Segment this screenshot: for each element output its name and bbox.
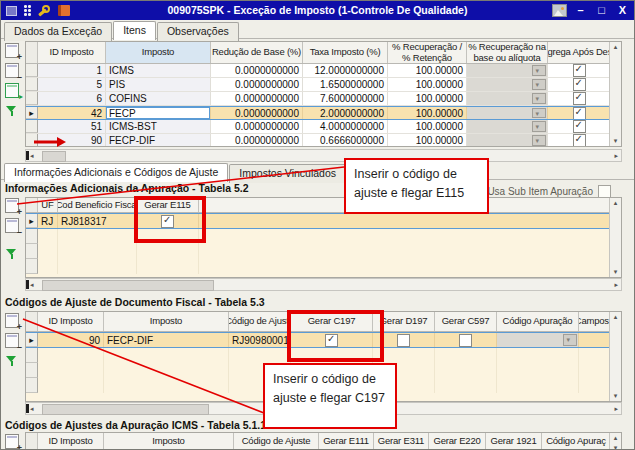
- column-header[interactable]: Imposto: [104, 312, 229, 331]
- column-header[interactable]: ID Imposto: [38, 312, 104, 331]
- dropdown-button[interactable]: [532, 121, 546, 132]
- column-header[interactable]: Gerar E111: [319, 433, 374, 450]
- checkbox-cell[interactable]: [548, 107, 611, 119]
- cell[interactable]: 1.6500000000: [303, 78, 388, 91]
- dropdown-cell[interactable]: [497, 333, 579, 347]
- dropdown-button[interactable]: [532, 65, 546, 76]
- column-header[interactable]: Código Apuração: [497, 312, 579, 331]
- column-header[interactable]: Gerar D197: [373, 312, 435, 331]
- row-selector[interactable]: [26, 78, 38, 91]
- cell[interactable]: 0.6666000000: [303, 134, 388, 147]
- scroll-up-icon[interactable]: ▴: [614, 312, 618, 322]
- checkbox-cell[interactable]: [548, 78, 611, 91]
- impostos-hscrollbar[interactable]: ◂ ▸: [25, 149, 622, 162]
- cell[interactable]: COFINS: [106, 92, 211, 105]
- row-selector[interactable]: [26, 214, 38, 228]
- delete-record-icon[interactable]: [5, 333, 19, 348]
- scroll-down-icon[interactable]: ▾: [614, 136, 618, 146]
- scroll-up-icon[interactable]: ▴: [614, 433, 618, 443]
- cell[interactable]: 4.0000000000: [303, 120, 388, 133]
- checkbox[interactable]: [573, 134, 586, 147]
- checkbox-cell[interactable]: [548, 64, 611, 77]
- column-header[interactable]: Cod Beneficio Fiscal: [58, 198, 137, 212]
- picture-icon[interactable]: [552, 4, 567, 17]
- cell[interactable]: RJ818317: [58, 214, 137, 228]
- scroll-right-icon[interactable]: ▸: [614, 281, 618, 289]
- column-header[interactable]: Código Apuraç: [542, 433, 611, 450]
- checkbox-cell[interactable]: [373, 333, 435, 347]
- row-selector[interactable]: [26, 120, 38, 133]
- vertical-scrollbar[interactable]: ▴▾: [609, 312, 621, 401]
- delete-record-icon[interactable]: [5, 218, 19, 233]
- column-header[interactable]: Código de Ajuste: [229, 312, 291, 331]
- filter-icon[interactable]: [5, 248, 18, 261]
- scroll-left-icon[interactable]: ◂: [30, 405, 34, 413]
- cell[interactable]: [199, 214, 611, 228]
- maximize-button[interactable]: □: [594, 3, 609, 17]
- cell[interactable]: 100.00000: [388, 64, 467, 77]
- cell[interactable]: 90: [38, 134, 106, 147]
- checkbox[interactable]: [459, 334, 472, 347]
- column-header[interactable]: Imposto: [104, 433, 234, 450]
- scroll-up-icon[interactable]: ▴: [614, 198, 618, 208]
- scroll-thumb[interactable]: [42, 280, 214, 291]
- cell[interactable]: 7.6000000000: [303, 92, 388, 105]
- cell[interactable]: 0.0000000000: [211, 107, 303, 119]
- scroll-down-icon[interactable]: ▾: [614, 267, 618, 277]
- vertical-scrollbar[interactable]: ▴▾: [609, 433, 621, 450]
- column-header[interactable]: Gerar C597: [435, 312, 497, 331]
- tab-impostos-vinculados[interactable]: Impostos Vinculados: [229, 164, 346, 183]
- tab-itens[interactable]: Itens: [113, 21, 156, 40]
- checkbox-cell[interactable]: [291, 333, 373, 347]
- cell[interactable]: 2.0000000000: [303, 107, 388, 119]
- dropdown-cell[interactable]: [467, 134, 548, 147]
- column-header[interactable]: % Recuperação / % Retenção: [388, 42, 467, 63]
- scroll-left-icon[interactable]: ◂: [30, 281, 34, 289]
- cell[interactable]: 100.00000: [388, 134, 467, 147]
- minimize-button[interactable]: –: [573, 3, 588, 17]
- cell[interactable]: FECP-DIF: [104, 333, 229, 347]
- column-header[interactable]: ID Imposto: [38, 433, 104, 450]
- cell[interactable]: FECP-DIF: [106, 134, 211, 147]
- cell[interactable]: 100.00000: [388, 92, 467, 105]
- copy-record-icon[interactable]: [5, 83, 19, 98]
- checkbox[interactable]: [325, 334, 338, 347]
- cell[interactable]: 0.0000000000: [211, 92, 303, 105]
- checkbox-cell[interactable]: [548, 92, 611, 105]
- column-header[interactable]: Agrega Após Desc: [548, 42, 611, 63]
- column-header[interactable]: UF: [38, 198, 58, 212]
- cell[interactable]: 1: [38, 64, 106, 77]
- delete-record-icon[interactable]: [5, 63, 19, 78]
- scroll-left-icon[interactable]: ◂: [30, 152, 34, 160]
- cell[interactable]: ICMS: [106, 64, 211, 77]
- column-header[interactable]: Gerar C197: [291, 312, 373, 331]
- filter-icon[interactable]: [5, 355, 18, 368]
- column-header[interactable]: Redução de Base (%): [211, 42, 303, 63]
- dropdown-cell[interactable]: [467, 78, 548, 91]
- checkbox[interactable]: [573, 92, 586, 105]
- column-header[interactable]: Gerar E220: [429, 433, 486, 450]
- scroll-thumb[interactable]: [42, 151, 66, 162]
- scroll-down-icon[interactable]: ▾: [614, 391, 618, 401]
- row-selector[interactable]: [26, 64, 38, 77]
- dropdown-button[interactable]: [563, 334, 577, 346]
- checkbox-cell[interactable]: [548, 134, 611, 147]
- dropdown-cell[interactable]: [467, 120, 548, 133]
- cell[interactable]: 100.00000: [388, 78, 467, 91]
- checkbox[interactable]: [397, 334, 410, 347]
- column-header[interactable]: % Recuperação na base ou alíquota: [467, 42, 548, 63]
- checkbox-cell[interactable]: [548, 120, 611, 133]
- column-header[interactable]: Gerar 1921: [486, 433, 542, 450]
- row-selector[interactable]: [26, 134, 38, 147]
- apuracao-hscrollbar[interactable]: ◂ ▸: [25, 278, 622, 291]
- add-record-icon[interactable]: [5, 43, 19, 58]
- cell[interactable]: 0.0000000000: [211, 134, 303, 147]
- checkbox[interactable]: [573, 107, 586, 119]
- column-header[interactable]: Taxa Imposto (%): [303, 42, 388, 63]
- scroll-up-icon[interactable]: ▴: [614, 42, 618, 52]
- scroll-thumb[interactable]: [42, 404, 209, 415]
- cell[interactable]: 90: [38, 333, 104, 347]
- vertical-scrollbar[interactable]: ▴▾: [609, 42, 621, 146]
- tab-observacoes[interactable]: Observações: [157, 22, 239, 41]
- dropdown-cell[interactable]: [467, 107, 548, 119]
